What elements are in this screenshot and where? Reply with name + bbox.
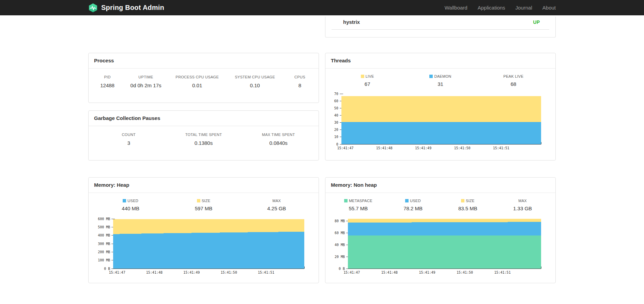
nav-link-about[interactable]: About: [542, 5, 556, 11]
metric-gc-max-time: MAX TIME SPENT 0.0840s: [241, 133, 316, 146]
svg-text:0 B: 0 B: [104, 267, 110, 271]
threads-legend: LIVE 67 DAEMON 31: [331, 74, 550, 87]
threads-panel: Threads LIVE 67: [325, 53, 556, 161]
legend-label: SIZE: [202, 199, 211, 203]
svg-text:80 MB: 80 MB: [335, 219, 345, 223]
threads-panel-header: Threads: [325, 53, 555, 69]
legend-value: 4.25 GB: [240, 206, 313, 211]
svg-text:500 MB: 500 MB: [98, 225, 110, 229]
metric-value: 8: [284, 82, 316, 88]
size-swatch-icon: [197, 199, 200, 202]
legend-label: LIVE: [366, 74, 374, 78]
heap-legend: USED 440 MB SIZE 597 MB: [94, 199, 313, 211]
svg-text:60 MB: 60 MB: [335, 231, 345, 235]
svg-text:15:41:47: 15:41:47: [337, 146, 353, 150]
gc-panel-header: Garbage Collection Pauses: [89, 111, 319, 126]
nonheap-legend: METASPACE 55.7 MB USED 78.2 MB: [331, 199, 550, 211]
used-swatch-icon: [405, 199, 409, 202]
health-row: hystrix UP: [332, 17, 549, 30]
memory-nonheap-panel: Memory: Non heap METASPACE 55.7 MB: [325, 177, 556, 283]
svg-text:15:41:49: 15:41:49: [415, 146, 431, 150]
used-swatch-icon: [123, 199, 126, 202]
metric-label: UPTIME: [123, 75, 168, 79]
metric-label: MAX TIME SPENT: [241, 133, 316, 137]
legend-label: USED: [127, 199, 138, 203]
legend-value: 78.2 MB: [386, 206, 441, 211]
legend-label: SIZE: [466, 199, 475, 203]
legend-item-max: MAX 1.33 GB: [495, 199, 550, 211]
left-column: Process PID 12488 UPTIME 0d 0h 2m 17s PR…: [88, 15, 319, 283]
right-column: hystrix UP Threads LIVE 67: [325, 15, 556, 283]
legend-item-daemon: DAEMON 31: [404, 74, 477, 87]
metric-gc-count: COUNT 3: [91, 133, 166, 146]
metric-process-cpu: PROCESS CPU USAGE 0.01: [168, 75, 226, 88]
legend-value: 67: [331, 81, 404, 87]
metric-gc-total-time: TOTAL TIME SPENT 0.1380s: [166, 133, 241, 146]
live-swatch-icon: [361, 75, 364, 78]
status-badge: UP: [533, 19, 540, 25]
brand-link[interactable]: Spring Boot Admin: [88, 3, 164, 13]
metric-label: PROCESS CPU USAGE: [168, 75, 226, 79]
memory-heap-panel: Memory: Heap USED 440 MB: [88, 177, 319, 283]
svg-text:15:41:48: 15:41:48: [381, 271, 398, 274]
svg-text:15:41:48: 15:41:48: [376, 146, 393, 150]
svg-text:15:41:50: 15:41:50: [221, 271, 237, 274]
svg-text:60: 60: [334, 99, 338, 103]
svg-text:0 B: 0 B: [339, 267, 345, 271]
process-panel-header: Process: [89, 53, 319, 69]
metric-pid: PID 12488: [91, 75, 123, 88]
svg-text:600 MB: 600 MB: [98, 217, 110, 221]
memory-nonheap-panel-title: Memory: Non heap: [331, 182, 377, 188]
legend-value: 83.5 MB: [441, 206, 495, 211]
legend-item-max: MAX 4.25 GB: [240, 199, 313, 211]
brand-title: Spring Boot Admin: [101, 4, 164, 12]
svg-text:15:41:47: 15:41:47: [109, 271, 125, 274]
svg-text:200 MB: 200 MB: [98, 250, 110, 254]
legend-item-metaspace: METASPACE 55.7 MB: [331, 199, 386, 211]
legend-label: DAEMON: [434, 74, 451, 78]
process-panel: Process PID 12488 UPTIME 0d 0h 2m 17s PR…: [88, 53, 319, 103]
metric-label: COUNT: [91, 133, 166, 137]
svg-text:15:41:50: 15:41:50: [457, 271, 473, 274]
nav-links: Wallboard Applications Journal About: [445, 5, 556, 11]
memory-heap-chart: 0 B100 MB200 MB300 MB400 MB500 MB600 MB1…: [94, 215, 313, 276]
gc-panel-title: Garbage Collection Pauses: [94, 115, 160, 121]
legend-item-used: USED 78.2 MB: [386, 199, 441, 211]
metaspace-swatch-icon: [344, 199, 348, 202]
metric-value: 0.0840s: [241, 140, 316, 146]
svg-text:300 MB: 300 MB: [98, 242, 110, 246]
metric-value: 0.10: [226, 82, 283, 88]
process-metrics: PID 12488 UPTIME 0d 0h 2m 17s PROCESS CP…: [89, 69, 319, 88]
svg-text:15:41:51: 15:41:51: [493, 146, 509, 150]
health-panel-clipped: hystrix UP: [325, 17, 556, 37]
metric-label: SYSTEM CPU USAGE: [226, 75, 283, 79]
nav-link-wallboard[interactable]: Wallboard: [445, 5, 467, 11]
legend-value: 68: [477, 81, 550, 87]
health-indicator-name: hystrix: [343, 19, 360, 25]
legend-value: 597 MB: [167, 206, 240, 211]
metric-value: 0.1380s: [166, 140, 241, 146]
legend-value: 31: [404, 81, 477, 87]
navbar: Spring Boot Admin Wallboard Applications…: [0, 0, 644, 15]
legend-label: METASPACE: [349, 199, 372, 203]
legend-item-size: SIZE 83.5 MB: [441, 199, 495, 211]
process-panel-title: Process: [94, 58, 114, 63]
svg-text:15:41:50: 15:41:50: [454, 146, 470, 150]
svg-text:10: 10: [334, 135, 338, 139]
nav-link-journal[interactable]: Journal: [516, 5, 532, 11]
svg-text:15:41:48: 15:41:48: [146, 271, 163, 274]
legend-value: 55.7 MB: [331, 206, 386, 211]
svg-text:400 MB: 400 MB: [98, 233, 110, 237]
legend-value: 1.33 GB: [495, 206, 550, 211]
nav-link-applications[interactable]: Applications: [478, 5, 505, 11]
gc-panel: Garbage Collection Pauses COUNT 3 TOTAL …: [88, 110, 319, 161]
legend-item-live: LIVE 67: [331, 74, 404, 87]
legend-value: 440 MB: [94, 206, 167, 211]
metric-uptime: UPTIME 0d 0h 2m 17s: [123, 75, 168, 88]
metric-value: 0d 0h 2m 17s: [123, 82, 168, 88]
memory-nonheap-chart: 0 B20 MB40 MB60 MB80 MB15:41:4715:41:481…: [331, 215, 550, 276]
legend-item-size: SIZE 597 MB: [167, 199, 240, 211]
svg-text:15:41:49: 15:41:49: [183, 271, 200, 274]
legend-label: PEAK LIVE: [503, 74, 523, 78]
legend-item-peak-live: PEAK LIVE 68: [477, 74, 550, 87]
